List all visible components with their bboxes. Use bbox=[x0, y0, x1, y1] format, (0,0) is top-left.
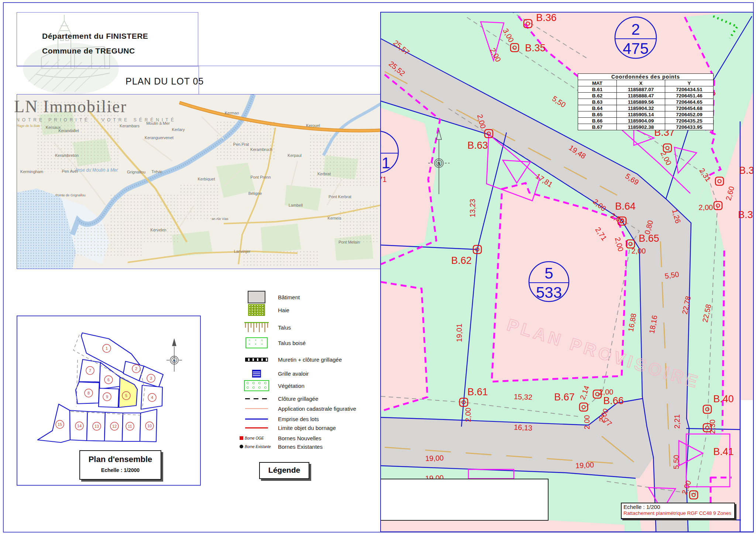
legend-item-grille: Grille avaloir bbox=[238, 367, 378, 380]
survey-point-label: B.41 bbox=[713, 446, 734, 458]
ensemble-title-box: Plan d'ensemble Echelle : 1/2000 bbox=[79, 450, 161, 480]
parcel-cadastre-number: 475 bbox=[623, 40, 649, 57]
lot-number: 5 bbox=[125, 393, 127, 398]
map-place-label: Pen Prat bbox=[233, 142, 249, 147]
legend-label: Grille avaloir bbox=[278, 371, 309, 377]
survey-point-label: B.38 bbox=[739, 165, 754, 176]
legend-item-tb: Talus boisé bbox=[238, 337, 378, 349]
be-symbol: Borne Existante bbox=[238, 440, 276, 453]
commune-label: Commune de TREGUNC bbox=[42, 46, 135, 55]
symbol-caption: Borne OGE bbox=[245, 436, 264, 440]
lot-number: 2 bbox=[135, 366, 137, 371]
survey-plan: N 247555336531 PLAN PROVISOIRE 25,5725,5… bbox=[380, 12, 754, 532]
map-place-label: Pointe de Grignallou bbox=[55, 193, 86, 197]
measurement-label: 19,01 bbox=[455, 324, 464, 342]
map-place-label: Kermingham bbox=[20, 169, 43, 174]
measurement-label: 2,00 bbox=[699, 203, 713, 212]
title-block: Département du FINISTERE Commune de TREG… bbox=[17, 12, 198, 66]
table-column: MAT bbox=[578, 80, 617, 86]
table-row: B.651185905.147206452.09 bbox=[578, 111, 714, 118]
map-place-label: Kerbiquet bbox=[197, 177, 215, 181]
map-place-label: Kerambars bbox=[120, 124, 140, 128]
map-place-label: Pont Kerbrat bbox=[329, 194, 351, 199]
map-place-label: Kervelen bbox=[150, 228, 166, 232]
legend-label: Muretin + clôture grillagée bbox=[278, 356, 342, 363]
department-label: Département du FINISTERE bbox=[42, 32, 148, 41]
mur-symbol bbox=[238, 353, 275, 366]
veg-symbol bbox=[238, 379, 275, 392]
document-page: Département du FINISTERE Commune de TREG… bbox=[0, 0, 756, 534]
legend-label: Bâtiment bbox=[278, 294, 300, 300]
survey-point-label: B.67 bbox=[554, 392, 575, 403]
map-place-label: Kerandallet bbox=[58, 128, 79, 133]
map-place-label: Pont Prenn bbox=[250, 175, 271, 179]
measurement-label: 1,71 bbox=[380, 175, 386, 184]
legend-label: Talus boisé bbox=[278, 340, 306, 346]
table-column: X bbox=[617, 80, 665, 86]
empty-cartouche bbox=[380, 479, 549, 521]
map-place-label: Kermao bbox=[225, 111, 239, 115]
legend-item-veg: Végétation bbox=[238, 379, 378, 392]
symbol-caption: Borne Existante bbox=[245, 445, 271, 449]
lot-number: 3 bbox=[150, 376, 152, 380]
map-place-label: Lambell bbox=[289, 203, 303, 207]
map-place-label: Anse du Moulin à Mer bbox=[75, 168, 118, 173]
table-row: B.641185904.327206454.68 bbox=[578, 105, 714, 111]
survey-point-label: B.36 bbox=[536, 12, 557, 24]
lot-number: 9 bbox=[106, 395, 108, 399]
tb-symbol bbox=[238, 337, 275, 349]
lot-number: 8 bbox=[87, 391, 90, 395]
lot-number: 11 bbox=[128, 424, 132, 428]
ensemble-scale: Echelle : 1/2000 bbox=[80, 467, 161, 473]
map-place-label: Kerneis bbox=[327, 216, 341, 220]
legend: BâtimentHaieTalusTalus boiséMuretin + cl… bbox=[238, 284, 378, 458]
georef-text: Rattachement planimétrique RGF CC48 9 Zo… bbox=[623, 510, 734, 516]
map-place-label: Kerpaul bbox=[288, 153, 302, 158]
legend-label: Emprise des lots bbox=[278, 416, 319, 422]
map-place-label: Béligne bbox=[248, 191, 262, 196]
svg-text:N: N bbox=[173, 359, 176, 362]
survey-point-label: B.63 bbox=[467, 140, 488, 151]
survey-point-label: B.64 bbox=[615, 201, 636, 212]
lot-number: 13 bbox=[94, 424, 99, 428]
legend-label: Végétation bbox=[278, 383, 305, 389]
ensemble-title: Plan d'ensemble bbox=[80, 455, 161, 464]
lot-number: 15 bbox=[58, 422, 62, 427]
legend-item-talus: Talus bbox=[238, 321, 378, 334]
measurement-label: 15,32 bbox=[514, 393, 533, 402]
legend-label: Clôture grillagée bbox=[278, 396, 318, 402]
table-row: B.631185889.567206464.65 bbox=[578, 99, 714, 105]
measurement-label: 2,00 bbox=[632, 247, 646, 255]
measurement-label: 16,13 bbox=[513, 423, 532, 433]
legend-item-haie: Haie bbox=[238, 304, 378, 316]
lot-number: 12 bbox=[112, 424, 117, 428]
page-title: PLAN DU LOT 05 bbox=[126, 76, 204, 87]
map-place-label: Grignallou bbox=[127, 170, 145, 174]
map-place-label: Lanvinjer bbox=[234, 249, 251, 254]
legend-title-box: Légende bbox=[259, 462, 309, 479]
survey-point-label: B.39 bbox=[738, 209, 754, 221]
parcel-lot-number: 6 bbox=[381, 135, 382, 152]
lot-number: 1 bbox=[106, 346, 108, 351]
brand-tagline: NOTRE PRIORITÉ : VOTRE SÉRÉNITÉ bbox=[16, 117, 176, 123]
lot-number: 10 bbox=[147, 424, 152, 428]
lot-number: 4 bbox=[151, 395, 153, 400]
grille-symbol bbox=[238, 367, 275, 380]
survey-point-label: B.65 bbox=[639, 233, 659, 244]
parcel-cadastre-number: 533 bbox=[536, 284, 562, 301]
legend-label: Application cadastrale figurative bbox=[278, 406, 356, 412]
map-place-label: Kerlary bbox=[172, 127, 185, 132]
parcel-lot-number: 5 bbox=[544, 265, 553, 282]
lot-number: 6 bbox=[107, 378, 110, 382]
scale-text: Echelle : 1/200 bbox=[623, 504, 734, 510]
table-row: B.671185902.387206433.95 bbox=[578, 124, 714, 130]
measurement-label: 2,00 bbox=[583, 415, 591, 430]
survey-point-label: B.66 bbox=[603, 395, 624, 407]
table-row: B.661185904.097206435.25 bbox=[578, 118, 714, 124]
survey-point-label: B.61 bbox=[467, 386, 488, 398]
legend-label: Limite objet du bornage bbox=[278, 425, 336, 431]
table-row: B.611185887.077206434.51 bbox=[578, 86, 714, 93]
svg-text:N: N bbox=[437, 161, 440, 166]
map-place-label: Kerbrat bbox=[317, 172, 331, 176]
legend-item-bat: Bâtiment bbox=[238, 291, 378, 303]
